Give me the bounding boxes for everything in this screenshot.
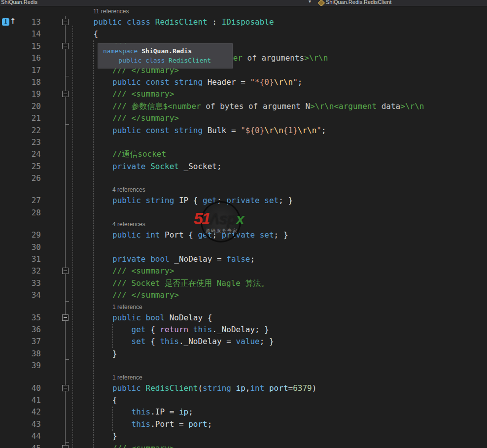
code-token: private set xyxy=(226,196,278,205)
code-token: string xyxy=(203,383,236,393)
line-row[interactable]: 13public class RedisClient : IDisposable xyxy=(0,16,487,28)
code-text: public string IP { get; private set; } xyxy=(112,195,293,207)
codelens-references-link[interactable]: 4 references xyxy=(112,221,145,228)
code-token: public class xyxy=(94,17,155,27)
line-row[interactable]: 38} xyxy=(0,348,487,360)
code-token: public int xyxy=(112,230,165,240)
chevron-down-icon[interactable]: ▾ xyxy=(309,0,311,4)
code-token: " xyxy=(293,77,298,87)
code-token: /// <summary> xyxy=(112,444,174,448)
code-token: of arguments xyxy=(243,53,304,63)
code-token: this xyxy=(132,407,151,416)
line-row[interactable]: 15/// <summary> xyxy=(0,40,487,52)
line-row[interactable]: 40public RedisClient(string ip,int port=… xyxy=(0,382,487,394)
fold-toggle-icon[interactable] xyxy=(62,445,69,448)
line-row[interactable]: 27public string IP { get; private set; } xyxy=(0,195,487,207)
code-text: this.Port = port; xyxy=(132,418,212,430)
line-row[interactable]: 37set { this._NoDelay = value; } xyxy=(0,336,487,347)
line-row[interactable]: 30 xyxy=(0,241,487,253)
fold-toggle-icon[interactable] xyxy=(62,314,69,321)
code-token: " xyxy=(316,126,321,135)
code-text: /// <summary> xyxy=(112,265,174,277)
line-row[interactable]: 44} xyxy=(0,430,487,442)
line-number: 20 xyxy=(0,101,41,112)
fold-toggle-icon[interactable] xyxy=(62,268,69,274)
code-token: private set xyxy=(222,230,274,240)
code-token: ; } xyxy=(274,230,288,240)
code-text: this.IP = ip; xyxy=(132,406,193,418)
line-row[interactable]: 20/// 参数信息$<number of bytes of argument … xyxy=(0,101,487,112)
line-row[interactable]: 21/// </summary> xyxy=(0,112,487,124)
line-number: 40 xyxy=(0,382,41,394)
line-row[interactable]: 33/// Socket 是否正在使用 Nagle 算法。 xyxy=(0,277,487,289)
line-row[interactable]: 19/// <summary> xyxy=(0,88,487,100)
fold-toggle-icon[interactable] xyxy=(62,91,69,97)
line-row[interactable]: 16ber of arguments>\r\n xyxy=(0,52,487,64)
line-number: 18 xyxy=(0,76,41,88)
type-dropdown[interactable]: ShiQuan.Redis.RedisClient xyxy=(326,0,391,5)
line-row[interactable]: 18public const string Header = "*{0}\r\n… xyxy=(0,76,487,88)
code-token: private xyxy=(112,162,150,171)
code-token: Port { xyxy=(165,230,198,240)
code-token: private bool xyxy=(112,254,174,264)
codelens-references-link[interactable]: 11 references xyxy=(93,8,129,15)
code-token: "*{0} xyxy=(250,77,274,87)
line-row[interactable]: 25private Socket _Socket; xyxy=(0,161,487,172)
code-token: { xyxy=(146,337,160,346)
line-row[interactable]: 42this.IP = ip; xyxy=(0,406,487,418)
code-token: , xyxy=(245,383,250,393)
codelens-row: 1 reference xyxy=(0,302,487,312)
fold-toggle-icon[interactable] xyxy=(62,385,69,391)
line-row[interactable]: 26 xyxy=(0,172,487,184)
code-token: ) xyxy=(312,383,317,393)
line-row[interactable]: 43this.Port = port; xyxy=(0,418,487,430)
line-row[interactable]: 39 xyxy=(0,360,487,372)
code-editor[interactable]: 11 references13public class RedisClient … xyxy=(0,6,487,448)
line-row[interactable]: 29public int Port { get; private set; } xyxy=(0,229,487,241)
line-row[interactable]: 32/// <summary> xyxy=(0,265,487,277)
line-row[interactable]: 35public bool NoDelay { xyxy=(0,312,487,324)
codelens-references-link[interactable]: 4 references xyxy=(112,186,145,193)
project-dropdown[interactable]: ShiQuan.Redis xyxy=(1,0,37,5)
line-row[interactable]: 17/// </summary> xyxy=(0,65,487,76)
fold-toggle-icon[interactable] xyxy=(62,43,69,49)
codelens-row: 4 references xyxy=(0,219,487,229)
line-row[interactable]: 34/// </summary> xyxy=(0,289,487,301)
line-row[interactable]: 45/// <summary> xyxy=(0,443,487,448)
code-token: get xyxy=(132,325,146,334)
line-number: 25 xyxy=(0,161,41,172)
code-token: Socket xyxy=(150,162,179,171)
line-number: 37 xyxy=(0,336,41,347)
line-row[interactable]: 41{ xyxy=(0,394,487,406)
line-number: 34 xyxy=(0,289,41,301)
codelens-row: 11 references xyxy=(0,6,487,16)
codelens-references-link[interactable]: 1 reference xyxy=(112,374,142,381)
code-token: ; xyxy=(217,196,226,205)
code-token: get xyxy=(198,230,212,240)
code-token: this xyxy=(160,337,179,346)
line-row[interactable]: 22public const string Bulk = "${0}\r\n{1… xyxy=(0,125,487,137)
code-token: value xyxy=(236,337,260,346)
codelens-references-link[interactable]: 1 reference xyxy=(112,304,142,310)
code-token: /// 参数信息$<number xyxy=(112,102,201,111)
code-token: } xyxy=(112,349,117,358)
code-text: } xyxy=(112,348,117,360)
code-token: 6379 xyxy=(293,383,312,393)
line-number: 14 xyxy=(0,28,41,40)
line-row[interactable]: 36get { return this._NoDelay; } xyxy=(0,324,487,336)
code-token: /// <summary> xyxy=(112,89,174,99)
line-number: 33 xyxy=(0,277,41,289)
code-text: get { return this._NoDelay; } xyxy=(132,324,269,336)
code-token: /// Socket 是否正在使用 Nagle 算法。 xyxy=(112,278,269,288)
line-row[interactable]: 23 xyxy=(0,137,487,148)
code-token: data xyxy=(377,102,400,111)
line-row[interactable]: 14{ xyxy=(0,28,487,40)
line-row[interactable]: 31private bool _NoDelay = false; xyxy=(0,253,487,265)
fold-toggle-icon[interactable] xyxy=(62,19,69,25)
code-token: of bytes of argument N xyxy=(201,102,311,111)
line-row[interactable]: 24//通信socket xyxy=(0,148,487,160)
info-icon[interactable]: I xyxy=(2,18,9,26)
line-row[interactable]: 28 xyxy=(0,207,487,219)
code-token: \r\n xyxy=(264,126,283,135)
code-token: ._NoDelay; } xyxy=(212,325,269,334)
